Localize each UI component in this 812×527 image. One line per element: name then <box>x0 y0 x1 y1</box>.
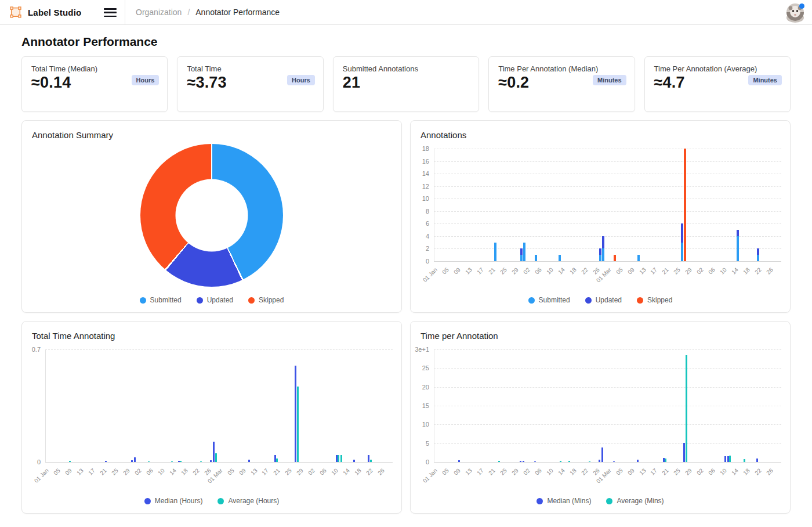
gridline <box>434 211 781 212</box>
x-axis-tick-label: 17 <box>261 467 270 477</box>
chart-title: Annotation Summary <box>32 130 113 140</box>
y-axis-tick-label: 0.7 <box>32 346 41 353</box>
y-axis-tick-label: 18 <box>422 145 429 152</box>
breadcrumb-separator: / <box>187 8 190 17</box>
x-axis-tick-label: 09 <box>626 266 636 276</box>
legend-label: Median (Mins) <box>547 497 591 505</box>
x-axis-tick-label: 29 <box>296 467 305 477</box>
x-axis-tick-label: 21 <box>487 467 496 477</box>
legend-item-updated[interactable]: Updated <box>585 296 622 304</box>
bar-average-mins- <box>729 456 731 462</box>
bar-median-mins- <box>756 459 758 462</box>
breadcrumb-organization-link[interactable]: Organization <box>136 8 182 17</box>
x-axis-tick-label: 05 <box>615 467 624 477</box>
x-axis-tick-label: 09 <box>452 467 462 477</box>
bar-median-mins- <box>534 461 536 462</box>
x-axis-tick-label: 13 <box>249 467 259 477</box>
stat-card-total-time: Total Time ≈3.73 Hours <box>177 56 323 112</box>
bar-median-hours- <box>248 460 250 462</box>
bar-submitted <box>737 236 739 261</box>
gridline <box>434 149 781 149</box>
x-axis-tick-label: 26 <box>765 467 774 477</box>
menu-hamburger-icon[interactable] <box>104 8 117 17</box>
y-axis-line <box>45 349 46 462</box>
chart-title: Time per Annotation <box>420 331 498 341</box>
legend-label: Skipped <box>647 296 672 304</box>
label-studio-logo-icon[interactable] <box>9 6 22 19</box>
x-axis-tick-label: 14 <box>730 467 740 477</box>
y-axis-tick-label: 0 <box>37 459 41 465</box>
time-per-annotation-chart-card: Time per Annotation 3e+1252015105001 Jan… <box>410 321 791 514</box>
legend-item-submitted[interactable]: Submitted <box>140 296 182 304</box>
x-axis-tick-label: 05 <box>226 467 235 477</box>
x-axis-tick-label: 10 <box>719 266 728 276</box>
x-axis-tick-label: 10 <box>545 266 554 276</box>
stat-label: Total Time (Median) <box>31 64 158 73</box>
legend-dot-icon <box>140 297 146 304</box>
bar-median-mins- <box>599 460 600 462</box>
x-axis-tick-label: 14 <box>342 467 351 477</box>
legend-item-submitted[interactable]: Submitted <box>528 296 570 304</box>
annotation-summary-card: Annotation Summary SubmittedUpdatedSkipp… <box>21 120 402 313</box>
x-axis-tick-label: 14 <box>557 266 566 276</box>
x-axis-tick-label: 05 <box>52 467 61 477</box>
legend-label: Median (Hours) <box>155 497 203 505</box>
gridline <box>434 236 781 237</box>
bar-average-mins- <box>498 461 500 462</box>
bar-updated <box>757 248 759 255</box>
x-axis-tick-label: 25 <box>673 467 682 477</box>
chart-title: Annotations <box>420 130 466 140</box>
bar-submitted <box>559 255 561 261</box>
stat-card-time-per-annotation-average: Time Per Annotation (Average) ≈4.7 Minut… <box>644 56 791 112</box>
bar-median-mins- <box>613 461 615 462</box>
legend-item-skipped[interactable]: Skipped <box>248 296 284 304</box>
bar-average-mins- <box>568 461 570 462</box>
bar-average-mins- <box>686 355 687 462</box>
legend-label: Average (Mins) <box>617 497 664 505</box>
bar-submitted <box>535 255 537 261</box>
y-axis-tick-label: 5 <box>426 440 429 447</box>
legend-item-average-hours-[interactable]: Average (Hours) <box>217 497 279 505</box>
x-axis-tick-label: 05 <box>441 467 450 477</box>
bar-average-mins- <box>589 461 590 462</box>
bar-submitted <box>523 243 525 261</box>
x-axis-tick-label: 06 <box>707 266 716 276</box>
main-content: Annotator Performance Total Time (Median… <box>0 35 812 514</box>
chart-legend: Median (Mins)Average (Mins) <box>411 497 790 505</box>
bar-updated <box>599 248 601 255</box>
bar-average-hours- <box>215 453 217 462</box>
legend-label: Updated <box>207 296 233 304</box>
x-axis-tick-label: 29 <box>510 467 520 477</box>
x-axis-tick-label: 21 <box>273 467 282 477</box>
x-axis-tick-label: 05 <box>615 266 624 276</box>
bar-skipped <box>614 255 616 261</box>
legend-label: Average (Hours) <box>228 497 279 505</box>
x-axis-tick-label: 02 <box>307 467 317 477</box>
legend-item-median-hours-[interactable]: Median (Hours) <box>144 497 203 505</box>
legend-item-skipped[interactable]: Skipped <box>637 296 672 304</box>
stat-label: Submitted Annotations <box>343 64 469 73</box>
bar-average-mins- <box>744 459 745 462</box>
legend-item-median-mins-[interactable]: Median (Mins) <box>536 497 591 505</box>
legend-dot-icon <box>585 297 592 304</box>
donut-ring <box>140 144 283 287</box>
legend-item-updated[interactable]: Updated <box>197 296 233 304</box>
user-avatar[interactable] <box>786 3 804 21</box>
bar-median-mins- <box>724 456 726 462</box>
bar-median-mins- <box>637 460 639 462</box>
legend-dot-icon <box>248 297 255 304</box>
gridline <box>434 161 781 162</box>
x-axis-tick-label: 13 <box>464 266 473 276</box>
x-axis-tick-label: 06 <box>534 266 543 276</box>
x-axis-tick-label: 02 <box>522 266 531 276</box>
bar-median-mins- <box>520 461 521 462</box>
legend-item-average-mins-[interactable]: Average (Mins) <box>606 497 664 505</box>
gridline <box>434 248 781 249</box>
logo-section: Label Studio <box>0 0 125 24</box>
y-axis-tick-label: 25 <box>422 364 429 371</box>
x-axis-tick-label: 06 <box>145 467 154 477</box>
stat-label: Time Per Annotation (Average) <box>654 64 781 73</box>
annotations-chart-card: Annotations 18161412108642001 Jan0509131… <box>410 120 791 313</box>
gridline <box>434 406 781 406</box>
legend-label: Skipped <box>259 296 284 304</box>
